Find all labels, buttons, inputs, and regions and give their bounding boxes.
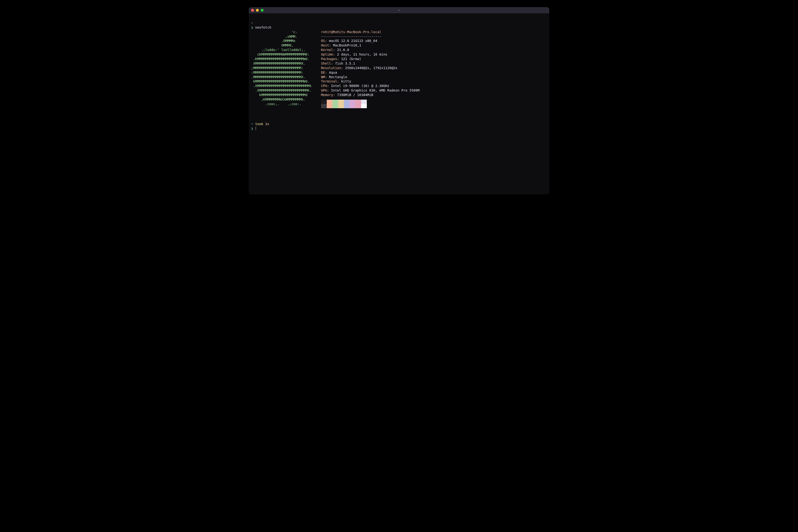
logo-line: :MMMMMMMMMMMMMMMMMMMMMMMM: <box>251 71 303 74</box>
color-swatch <box>321 100 327 104</box>
palette-row-1 <box>321 100 420 104</box>
color-swatch <box>338 104 344 108</box>
titlebar[interactable]: ~ <box>249 7 549 13</box>
zoom-button[interactable] <box>261 9 263 12</box>
info-value-terminal: kitty <box>341 79 351 83</box>
logo-line: .KMMMMMMMMMMMMMMMMMMMMMMMWd. <box>251 57 309 61</box>
color-swatch <box>338 100 344 104</box>
info-key-terminal: Terminal <box>321 79 337 83</box>
minimize-button[interactable] <box>256 9 259 12</box>
info-key-de: DE <box>321 71 325 74</box>
color-swatch <box>332 100 338 104</box>
info-key-os: OS <box>321 39 325 43</box>
command-text: neofetch <box>255 25 271 29</box>
color-palette <box>321 100 420 108</box>
logo-line: ;KMMMMMMMWXXWMMMMMMMk. <box>251 97 305 101</box>
logo-line: kMMMMMMMMMMMMMMMMMMMMMMMMWd. <box>251 79 309 83</box>
info-value-packages: 121 (brew) <box>341 57 361 61</box>
info-key-uptime: Uptime <box>321 53 333 56</box>
color-swatch <box>327 104 332 108</box>
color-swatch <box>332 104 338 108</box>
cursor[interactable] <box>256 127 256 130</box>
color-swatch <box>321 104 327 108</box>
info-key-host: Host <box>321 43 329 47</box>
info-value-host: MacBookPro16,1 <box>333 43 361 47</box>
info-value-cpu: Intel i9-9880H (16) @ 2.30GHz <box>331 84 389 88</box>
close-button[interactable] <box>251 9 254 12</box>
logo-line: .XMMMMMMMMMMMMMMMMMMMMMMMMMMk <box>251 84 312 88</box>
logo-line: kMMMMMMMMMMMMMMMMMMMMMMd <box>251 93 308 97</box>
took-label: took <box>255 122 263 126</box>
logo-line: 'c. <box>251 30 297 34</box>
logo-line: .cooc,. .,coo:. <box>251 102 301 106</box>
info-key-shell: Shell <box>321 61 331 65</box>
info-value-shell: fish 3.5.1 <box>335 61 355 65</box>
system-info: rohit@Rohits-MacBook-Pro.local----------… <box>321 30 420 108</box>
palette-row-2 <box>321 104 420 108</box>
logo-line: ,xNMM. <box>251 35 297 38</box>
logo-line: OMMM0, <box>251 43 293 47</box>
prompt-cwd: ~ <box>251 21 253 25</box>
status-cwd: ~ <box>251 122 253 126</box>
info-value-uptime: 2 days, 11 hours, 16 mins <box>337 53 387 56</box>
logo-line: ;MMMMMMMMMMMMMMMMMMMMMMMM: <box>251 66 303 70</box>
ascii-logo: 'c. ,xNMM. .OMMMMo OMMM0, .;loddo:' lool… <box>251 30 312 106</box>
logo-line: cKMMMMMMMMMMNWMMMMMMMMMM0: <box>251 53 309 56</box>
info-value-resolution: 2560x1440@2x, 1792x1120@2x <box>345 66 397 70</box>
color-swatch <box>327 100 332 104</box>
logo-line: .MMMMMMMMMMMMMMMMMMMMMMMMX. <box>251 75 305 79</box>
info-key-packages: Packages <box>321 57 337 61</box>
logo-line: .XMMMMMMMMMMMMMMMMMMMMMMMMK. <box>251 89 312 92</box>
color-swatch <box>361 104 367 108</box>
info-key-kernel: Kernel <box>321 48 333 52</box>
info-value-de: Aqua <box>329 71 337 74</box>
color-swatch <box>355 100 361 104</box>
logo-line: XMMMMMMMMMMMMMMMMMMMMMMMX. <box>251 61 305 65</box>
info-key-resolution: Resolution <box>321 66 341 70</box>
user-host: rohit@Rohits-MacBook-Pro.local <box>321 30 382 34</box>
info-value-wm: Rectangle <box>329 75 347 79</box>
separator: ------------------------------ <box>321 35 382 38</box>
info-value-gpu: Intel UHD Graphics 630, AMD Radeon Pro 5… <box>331 89 420 92</box>
traffic-lights <box>251 9 263 12</box>
info-value-os: macOS 12.6 21G115 x86_64 <box>329 39 377 43</box>
prompt-symbol: ❯ <box>251 25 253 29</box>
prompt-symbol: ❯ <box>251 127 253 130</box>
color-swatch <box>355 104 361 108</box>
logo-line: .;loddo:' loolloddol;. <box>251 48 305 52</box>
terminal-window: ~ ~ ❯ neofetch 'c. ,xNMM. .OMMMMo OMMM0,… <box>249 7 549 194</box>
info-value-kernel: 21.6.0 <box>337 48 349 52</box>
terminal-body[interactable]: ~ ❯ neofetch 'c. ,xNMM. .OMMMMo OMMM0, .… <box>249 13 549 194</box>
logo-line: .OMMMMo <box>251 39 295 43</box>
info-key-cpu: CPU <box>321 84 327 88</box>
duration: 3s <box>265 122 269 126</box>
color-swatch <box>344 104 350 108</box>
neofetch-output: 'c. ,xNMM. .OMMMMo OMMM0, .;loddo:' lool… <box>251 30 547 108</box>
color-swatch <box>350 104 355 108</box>
color-swatch <box>344 100 350 104</box>
info-key-memory: Memory <box>321 93 333 97</box>
color-swatch <box>350 100 355 104</box>
info-value-memory: 7398MiB / 16384MiB <box>337 93 373 97</box>
color-swatch <box>361 100 367 104</box>
info-key-wm: WM <box>321 75 325 79</box>
window-title: ~ <box>398 8 400 13</box>
info-key-gpu: GPU <box>321 89 327 92</box>
